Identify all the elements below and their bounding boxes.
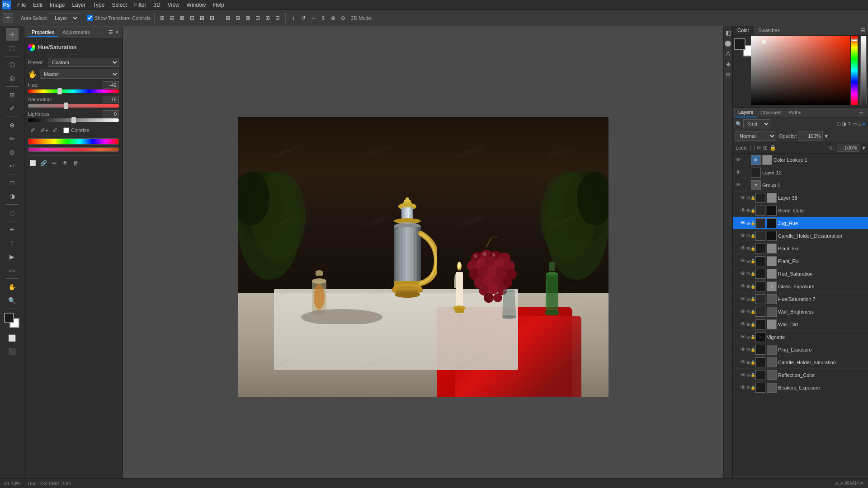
layer-vis-slime[interactable]: 👁 bbox=[739, 207, 746, 214]
filter-adj-icon[interactable]: ◑ bbox=[842, 121, 846, 127]
layer-row-glass-exp[interactable]: 👁 ⊞ 🔒 ↘ Glass_Exposure bbox=[733, 280, 868, 293]
saturation-value-input[interactable]: -18 bbox=[103, 96, 119, 103]
align-middle-btn[interactable]: ⊞ bbox=[198, 14, 206, 22]
filter-type-icon[interactable]: T bbox=[848, 121, 851, 127]
menu-file[interactable]: File bbox=[14, 1, 29, 9]
tab-paths[interactable]: Paths bbox=[785, 108, 805, 117]
menu-3d[interactable]: 3D bbox=[150, 1, 164, 9]
auto-select-dropdown[interactable]: Layer Group bbox=[50, 13, 79, 23]
hue-strip[interactable] bbox=[851, 36, 858, 105]
add-mask-btn[interactable]: ⬜ bbox=[28, 159, 37, 168]
fill-input[interactable] bbox=[837, 144, 859, 152]
link-mask-btn[interactable]: 🔗 bbox=[39, 159, 48, 168]
lock-all-btn[interactable]: 🔒 bbox=[769, 145, 776, 151]
lock-position-btn[interactable]: ✏ bbox=[757, 145, 761, 151]
brush-tool[interactable]: ✏ bbox=[6, 132, 19, 145]
align-left-btn[interactable]: ⊞ bbox=[158, 14, 166, 22]
menu-filter[interactable]: Filter bbox=[131, 1, 150, 9]
distribute-top-btn[interactable]: ⊡ bbox=[254, 14, 262, 22]
layer-vis-beakers[interactable]: 👁 bbox=[739, 384, 746, 391]
path-selection-tool[interactable]: ▶ bbox=[6, 250, 19, 263]
distribute-center-btn[interactable]: ⊟ bbox=[234, 14, 242, 22]
filter-toggle[interactable]: ● bbox=[862, 121, 865, 127]
menu-edit[interactable]: Edit bbox=[29, 1, 46, 9]
hue-slider-thumb[interactable] bbox=[57, 88, 62, 94]
show-transform-checkbox[interactable] bbox=[87, 15, 93, 21]
layer-row-beakers[interactable]: 👁 ⊞ 🔒 Beakers_Exposure bbox=[733, 381, 868, 394]
tab-color[interactable]: Color bbox=[733, 26, 754, 35]
eyedropper-tool[interactable]: ✐ bbox=[6, 102, 19, 115]
layer-row-wall-bright[interactable]: 👁 ⊞ 🔒 Wall_Brightness bbox=[733, 305, 868, 318]
layer-row-plant1[interactable]: 👁 ⊞ 🔒 Plant_Fix bbox=[733, 242, 868, 255]
pen-tool[interactable]: ✒ bbox=[6, 223, 19, 236]
layer-row-12[interactable]: 👁 Layer 12 bbox=[733, 166, 868, 179]
rectangle-tool[interactable]: ▭ bbox=[6, 264, 19, 277]
layer-row-vignette[interactable]: 👁 ⊞ 🔒 ◎ Vignette bbox=[733, 331, 868, 343]
lightness-value-input[interactable]: 0 bbox=[103, 110, 119, 117]
tab-adjustments[interactable]: Adjustments bbox=[59, 28, 94, 37]
align-center-btn[interactable]: ⊟ bbox=[168, 14, 176, 22]
menu-help[interactable]: Help bbox=[209, 1, 228, 9]
layer-row-rod-sat[interactable]: 👁 ⊞ 🔒 Rod_Saturation bbox=[733, 267, 868, 280]
layer-vis-38[interactable]: 👁 bbox=[739, 194, 746, 202]
menu-layer[interactable]: Layer bbox=[68, 1, 89, 9]
layer-vis-color-lookup[interactable]: 👁 bbox=[735, 156, 742, 164]
set-sample-btn[interactable]: ✐ bbox=[28, 126, 37, 135]
rotate-3d-btn[interactable]: ↺ bbox=[299, 14, 307, 22]
type-tool[interactable]: T bbox=[6, 237, 19, 249]
color-swatch-area[interactable] bbox=[4, 313, 20, 329]
layer-vis-wall-dirt[interactable]: 👁 bbox=[739, 321, 746, 328]
menu-type[interactable]: Type bbox=[89, 1, 108, 9]
distribute-left-btn[interactable]: ⊞ bbox=[224, 14, 232, 22]
layer-vis-glass[interactable]: 👁 bbox=[739, 283, 746, 290]
quick-select-tool[interactable]: ◎ bbox=[6, 72, 19, 84]
hue-value-input[interactable]: -42 bbox=[103, 81, 119, 89]
layer-row-reflection[interactable]: 👁 ⊞ 🔒 Reflection_Color bbox=[733, 369, 868, 381]
color-picker-cursor[interactable] bbox=[762, 40, 766, 44]
layer-row-group1[interactable]: 👁 ▼ Group 1 bbox=[733, 179, 868, 192]
layer-row-candle-desat[interactable]: 👁 ⊞ 🔒 Candle_Holder_Desaturation bbox=[733, 230, 868, 242]
saturation-slider-thumb[interactable] bbox=[64, 103, 68, 109]
show-transform-label[interactable]: Show Transform Controls bbox=[87, 15, 151, 21]
tab-properties[interactable]: Properties bbox=[28, 28, 58, 37]
fill-chevron[interactable]: ▾ bbox=[862, 144, 865, 151]
eraser-tool[interactable]: ◻ bbox=[6, 176, 19, 189]
layer-vis-group1[interactable]: 👁 bbox=[735, 182, 742, 189]
tab-swatches[interactable]: Swatches bbox=[754, 26, 784, 35]
layer-vis-candle-sat[interactable]: 👁 bbox=[739, 359, 746, 366]
align-right-btn[interactable]: ⊠ bbox=[178, 14, 186, 22]
layer-row-candle-sat[interactable]: 👁 ⊞ 🔒 Candle_Holder_saturation bbox=[733, 356, 868, 369]
align-top-btn[interactable]: ⊡ bbox=[188, 14, 196, 22]
menu-view[interactable]: View bbox=[164, 1, 183, 9]
layer-row-plant2[interactable]: 👁 ⊞ 🔒 Plant_Fix bbox=[733, 255, 868, 267]
layer-row-jug-hue[interactable]: 👁 ⊞ 🔒 Jug_Hue bbox=[733, 217, 868, 230]
hand-tool[interactable]: ✋ bbox=[6, 281, 19, 293]
filter-shape-icon[interactable]: ▭ bbox=[852, 121, 857, 127]
slide-3d-btn[interactable]: ⇕ bbox=[319, 14, 327, 22]
properties-menu-btn[interactable]: ☰ bbox=[108, 29, 113, 35]
filter-sm-icon[interactable]: ⌂ bbox=[858, 121, 861, 127]
foreground-color-swatch[interactable] bbox=[734, 38, 745, 50]
menu-window[interactable]: Window bbox=[183, 1, 210, 9]
gradient-tool[interactable]: ◑ bbox=[6, 190, 19, 202]
layer-vis-12[interactable]: 👁 bbox=[735, 169, 742, 176]
menu-image[interactable]: Image bbox=[46, 1, 68, 9]
layer-vis-huesat7[interactable]: 👁 bbox=[739, 296, 746, 303]
panel-icon-4[interactable]: ◈ bbox=[724, 59, 733, 68]
colorize-label[interactable]: Colorize bbox=[63, 127, 89, 133]
opacity-chevron[interactable]: ▾ bbox=[825, 132, 828, 140]
channel-selector-icon[interactable]: 🖐 bbox=[28, 70, 37, 79]
layer-vis-plant1[interactable]: 👁 bbox=[739, 245, 746, 252]
tab-layers[interactable]: Layers bbox=[735, 108, 757, 117]
layer-row-ping-exp[interactable]: 👁 ⊞ 🔒 Ping_Exposure bbox=[733, 343, 868, 356]
lock-pixels-btn[interactable]: ⬚ bbox=[750, 145, 755, 151]
panel-icon-3[interactable]: A bbox=[724, 49, 733, 58]
layer-vis-jug[interactable]: 👁 bbox=[739, 220, 746, 227]
colorize-checkbox[interactable] bbox=[63, 127, 69, 133]
lock-artboard-btn[interactable]: ⊞ bbox=[763, 145, 768, 151]
color-gradient-field[interactable] bbox=[751, 36, 850, 105]
preset-select[interactable]: Custom Default Cyanotype Sepia bbox=[48, 58, 119, 67]
more-tools-btn[interactable]: ··· bbox=[10, 361, 14, 366]
lightness-slider-track[interactable] bbox=[28, 118, 119, 122]
foreground-color[interactable] bbox=[4, 313, 14, 323]
